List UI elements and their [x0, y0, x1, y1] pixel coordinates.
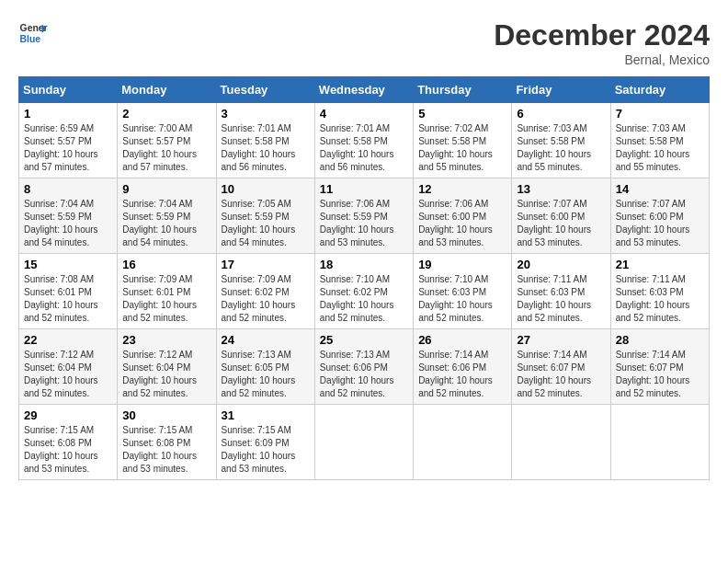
- day-cell: 24 Sunrise: 7:13 AMSunset: 6:05 PMDaylig…: [216, 329, 314, 405]
- month-title: December 2024: [494, 18, 710, 52]
- day-info: Sunrise: 7:07 AMSunset: 6:00 PMDaylight:…: [616, 199, 690, 247]
- calendar-table: Sunday Monday Tuesday Wednesday Thursday…: [18, 76, 710, 480]
- day-cell: 23 Sunrise: 7:12 AMSunset: 6:04 PMDaylig…: [118, 329, 216, 405]
- day-number: 30: [122, 408, 210, 422]
- day-number: 10: [222, 182, 310, 196]
- day-cell: 27 Sunrise: 7:14 AMSunset: 6:07 PMDaylig…: [512, 329, 610, 405]
- day-cell: 13 Sunrise: 7:07 AMSunset: 6:00 PMDaylig…: [512, 178, 610, 254]
- day-cell: 5 Sunrise: 7:02 AMSunset: 5:58 PMDayligh…: [414, 103, 512, 178]
- day-number: 17: [222, 258, 310, 271]
- day-info: Sunrise: 7:04 AMSunset: 5:59 PMDaylight:…: [24, 199, 98, 247]
- day-number: 27: [517, 333, 605, 347]
- day-cell: 29 Sunrise: 7:15 AMSunset: 6:08 PMDaylig…: [19, 405, 118, 480]
- day-info: Sunrise: 7:06 AMSunset: 6:00 PMDaylight:…: [418, 199, 493, 247]
- day-info: Sunrise: 7:01 AMSunset: 5:58 PMDaylight:…: [320, 123, 394, 172]
- empty-cell: [314, 405, 413, 480]
- day-cell: 18 Sunrise: 7:10 AMSunset: 6:02 PMDaylig…: [314, 254, 413, 329]
- day-info: Sunrise: 7:13 AMSunset: 6:05 PMDaylight:…: [222, 350, 296, 398]
- header-thursday: Thursday: [414, 77, 512, 103]
- day-cell: 28 Sunrise: 7:14 AMSunset: 6:07 PMDaylig…: [610, 329, 709, 405]
- day-number: 28: [616, 333, 704, 347]
- day-number: 21: [616, 258, 704, 271]
- day-cell: 31 Sunrise: 7:15 AMSunset: 6:09 PMDaylig…: [216, 405, 314, 480]
- day-info: Sunrise: 7:09 AMSunset: 6:02 PMDaylight:…: [222, 274, 296, 323]
- day-cell: 6 Sunrise: 7:03 AMSunset: 5:58 PMDayligh…: [512, 103, 610, 178]
- day-info: Sunrise: 7:14 AMSunset: 6:07 PMDaylight:…: [616, 350, 690, 398]
- day-info: Sunrise: 7:11 AMSunset: 6:03 PMDaylight:…: [517, 274, 591, 323]
- day-info: Sunrise: 7:04 AMSunset: 5:59 PMDaylight:…: [122, 199, 197, 247]
- day-info: Sunrise: 7:10 AMSunset: 6:02 PMDaylight:…: [320, 274, 394, 323]
- day-info: Sunrise: 7:15 AMSunset: 6:09 PMDaylight:…: [222, 425, 296, 474]
- header-wednesday: Wednesday: [314, 77, 413, 103]
- day-info: Sunrise: 6:59 AMSunset: 5:57 PMDaylight:…: [24, 123, 98, 172]
- day-number: 24: [222, 333, 310, 347]
- svg-text:Blue: Blue: [20, 34, 41, 44]
- day-number: 4: [320, 107, 408, 121]
- day-cell: 1 Sunrise: 6:59 AMSunset: 5:57 PMDayligh…: [19, 103, 118, 178]
- day-number: 22: [24, 333, 112, 347]
- calendar-header-row: Sunday Monday Tuesday Wednesday Thursday…: [19, 77, 710, 103]
- day-cell: 11 Sunrise: 7:06 AMSunset: 5:59 PMDaylig…: [314, 178, 413, 254]
- day-info: Sunrise: 7:10 AMSunset: 6:03 PMDaylight:…: [418, 274, 493, 323]
- day-cell: 30 Sunrise: 7:15 AMSunset: 6:08 PMDaylig…: [118, 405, 216, 480]
- calendar-row: 15 Sunrise: 7:08 AMSunset: 6:01 PMDaylig…: [19, 254, 710, 329]
- empty-cell: [512, 405, 610, 480]
- day-info: Sunrise: 7:02 AMSunset: 5:58 PMDaylight:…: [418, 123, 493, 172]
- header-monday: Monday: [118, 77, 216, 103]
- day-number: 8: [24, 182, 112, 196]
- day-number: 7: [616, 107, 704, 121]
- day-number: 9: [122, 182, 210, 196]
- day-cell: 26 Sunrise: 7:14 AMSunset: 6:06 PMDaylig…: [414, 329, 512, 405]
- day-number: 14: [616, 182, 704, 196]
- day-info: Sunrise: 7:12 AMSunset: 6:04 PMDaylight:…: [24, 350, 98, 398]
- day-cell: 16 Sunrise: 7:09 AMSunset: 6:01 PMDaylig…: [118, 254, 216, 329]
- calendar-row: 8 Sunrise: 7:04 AMSunset: 5:59 PMDayligh…: [19, 178, 710, 254]
- day-number: 2: [122, 107, 210, 121]
- day-info: Sunrise: 7:12 AMSunset: 6:04 PMDaylight:…: [122, 350, 197, 398]
- day-number: 6: [517, 107, 605, 121]
- day-info: Sunrise: 7:05 AMSunset: 5:59 PMDaylight:…: [222, 199, 296, 247]
- day-number: 11: [320, 182, 408, 196]
- day-number: 23: [122, 333, 210, 347]
- page-header: General Blue December 2024 Bernal, Mexic…: [18, 18, 710, 67]
- day-cell: 3 Sunrise: 7:01 AMSunset: 5:58 PMDayligh…: [216, 103, 314, 178]
- day-info: Sunrise: 7:08 AMSunset: 6:01 PMDaylight:…: [24, 274, 98, 323]
- day-number: 18: [320, 258, 408, 271]
- day-info: Sunrise: 7:06 AMSunset: 5:59 PMDaylight:…: [320, 199, 394, 247]
- day-number: 29: [24, 408, 112, 422]
- day-info: Sunrise: 7:11 AMSunset: 6:03 PMDaylight:…: [616, 274, 690, 323]
- day-cell: 2 Sunrise: 7:00 AMSunset: 5:57 PMDayligh…: [118, 103, 216, 178]
- calendar-row: 1 Sunrise: 6:59 AMSunset: 5:57 PMDayligh…: [19, 103, 710, 178]
- day-cell: 20 Sunrise: 7:11 AMSunset: 6:03 PMDaylig…: [512, 254, 610, 329]
- day-number: 1: [24, 107, 112, 121]
- header-saturday: Saturday: [610, 77, 709, 103]
- day-cell: 25 Sunrise: 7:13 AMSunset: 6:06 PMDaylig…: [314, 329, 413, 405]
- day-number: 20: [517, 258, 605, 271]
- header-tuesday: Tuesday: [216, 77, 314, 103]
- day-number: 15: [24, 258, 112, 271]
- day-cell: 9 Sunrise: 7:04 AMSunset: 5:59 PMDayligh…: [118, 178, 216, 254]
- day-number: 5: [418, 107, 506, 121]
- day-number: 12: [418, 182, 506, 196]
- day-info: Sunrise: 7:01 AMSunset: 5:58 PMDaylight:…: [222, 123, 296, 172]
- calendar-row: 29 Sunrise: 7:15 AMSunset: 6:08 PMDaylig…: [19, 405, 710, 480]
- day-number: 31: [222, 408, 310, 422]
- day-cell: 14 Sunrise: 7:07 AMSunset: 6:00 PMDaylig…: [610, 178, 709, 254]
- day-info: Sunrise: 7:13 AMSunset: 6:06 PMDaylight:…: [320, 350, 394, 398]
- day-info: Sunrise: 7:14 AMSunset: 6:06 PMDaylight:…: [418, 350, 493, 398]
- day-number: 3: [222, 107, 310, 121]
- day-cell: 15 Sunrise: 7:08 AMSunset: 6:01 PMDaylig…: [19, 254, 118, 329]
- day-info: Sunrise: 7:07 AMSunset: 6:00 PMDaylight:…: [517, 199, 591, 247]
- day-cell: 12 Sunrise: 7:06 AMSunset: 6:00 PMDaylig…: [414, 178, 512, 254]
- day-number: 16: [122, 258, 210, 271]
- header-sunday: Sunday: [19, 77, 118, 103]
- day-number: 26: [418, 333, 506, 347]
- day-cell: 7 Sunrise: 7:03 AMSunset: 5:58 PMDayligh…: [610, 103, 709, 178]
- day-cell: 17 Sunrise: 7:09 AMSunset: 6:02 PMDaylig…: [216, 254, 314, 329]
- day-cell: 8 Sunrise: 7:04 AMSunset: 5:59 PMDayligh…: [19, 178, 118, 254]
- logo-icon: General Blue: [18, 18, 48, 48]
- day-info: Sunrise: 7:00 AMSunset: 5:57 PMDaylight:…: [122, 123, 197, 172]
- day-cell: 10 Sunrise: 7:05 AMSunset: 5:59 PMDaylig…: [216, 178, 314, 254]
- day-info: Sunrise: 7:03 AMSunset: 5:58 PMDaylight:…: [616, 123, 690, 172]
- day-info: Sunrise: 7:15 AMSunset: 6:08 PMDaylight:…: [122, 425, 197, 474]
